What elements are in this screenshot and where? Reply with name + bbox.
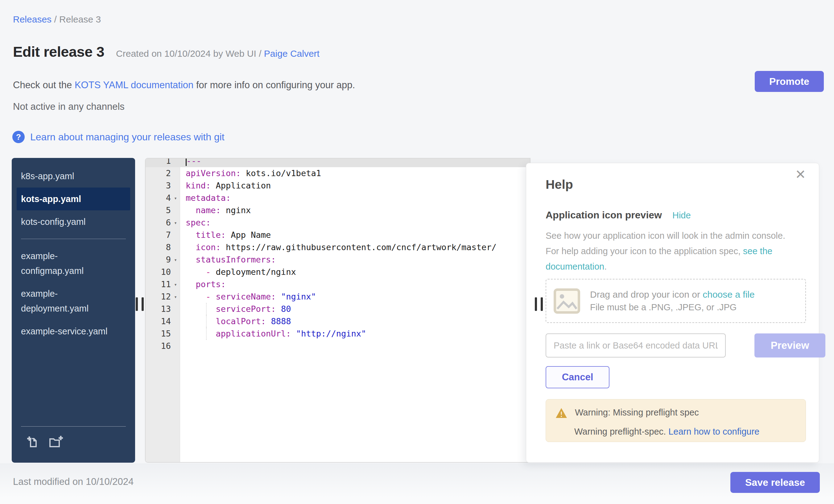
fold-arrow-icon[interactable]: ▾: [171, 278, 180, 290]
code-line-5[interactable]: 5 name: nginx: [146, 204, 530, 217]
breadcrumb-releases-link[interactable]: Releases: [13, 14, 51, 24]
file-item-k8s-app.yaml[interactable]: k8s-app.yaml: [17, 165, 130, 188]
code-text: statusInformers:: [180, 254, 276, 266]
code-line-2[interactable]: 2apiVersion: kots.io/v1beta1: [146, 167, 530, 179]
fold-spacer: [171, 204, 180, 217]
fold-arrow-icon[interactable]: ▾: [171, 192, 180, 204]
file-item-kots-config.yaml[interactable]: kots-config.yaml: [17, 210, 130, 233]
fold-spacer: [171, 229, 180, 241]
code-line-15[interactable]: 15 applicationUrl: "http://nginx": [146, 328, 530, 340]
code-line-11[interactable]: 11▾ ports:: [146, 278, 530, 290]
icon-preview-description: See how your application icon will look …: [546, 228, 792, 274]
created-text: Created on 10/10/2024 by Web UI /: [116, 48, 264, 59]
file-label: k8s-app.yaml: [21, 169, 74, 183]
line-number: 11: [146, 278, 171, 290]
sidebar-resize-handle[interactable]: [136, 297, 149, 311]
warning-configure-link[interactable]: Learn how to configure: [668, 426, 759, 436]
file-label: example-deployment.yaml: [21, 286, 113, 316]
code-line-8[interactable]: 8 icon: https://raw.githubusercontent.co…: [146, 241, 530, 254]
icon-url-input[interactable]: [546, 333, 726, 357]
fold-spacer: [171, 158, 180, 167]
code-text: - serviceName: "nginx": [180, 290, 316, 303]
code-token: kots.io/v1beta1: [241, 169, 321, 178]
file-item-kots-app.yaml[interactable]: kots-app.yaml: [17, 188, 130, 210]
footer-bar: Last modified on 10/10/2024 Save release: [0, 463, 834, 504]
fold-spacer: [171, 328, 180, 340]
line-number: 8: [146, 241, 171, 254]
code-token: ---: [186, 158, 201, 166]
help-panel-resize-handle[interactable]: [535, 297, 548, 311]
fold-spacer: [171, 315, 180, 328]
preview-button[interactable]: Preview: [754, 333, 825, 357]
code-token: [276, 292, 281, 301]
title-row: Edit release 3 Created on 10/10/2024 by …: [13, 43, 320, 60]
cancel-button[interactable]: Cancel: [546, 366, 610, 388]
indent-guide: [206, 328, 207, 340]
line-number: 9: [146, 254, 171, 266]
icon-dropzone[interactable]: Drag and drop your icon or choose a file…: [546, 279, 806, 323]
choose-file-link[interactable]: choose a file: [703, 289, 754, 300]
sidebar-actions: [12, 426, 135, 463]
code-token: [186, 280, 196, 289]
code-token: applicationUrl:: [216, 329, 291, 338]
code-token: 8888: [271, 316, 291, 326]
dropzone-text: Drag and drop your icon or choose a file: [590, 289, 755, 300]
line-number: 1: [146, 158, 171, 167]
file-item-example-deployment.yaml[interactable]: example-deployment.yaml: [17, 282, 130, 320]
add-file-icon[interactable]: [26, 435, 40, 449]
code-line-4[interactable]: 4▾metadata:: [146, 192, 530, 204]
dropzone-prefix: Drag and drop your icon or: [590, 289, 703, 300]
line-number: 16: [146, 340, 171, 352]
code-line-14[interactable]: 14 localPort: 8888: [146, 315, 530, 328]
code-text: ---: [180, 158, 201, 167]
fold-arrow-icon[interactable]: ▾: [171, 254, 180, 266]
image-placeholder-icon: [553, 288, 581, 314]
code-token: metadata:: [186, 193, 231, 203]
code-token: [186, 329, 216, 338]
code-line-12[interactable]: 12▾ - serviceName: "nginx": [146, 290, 530, 303]
line-number: 14: [146, 315, 171, 328]
code-token: [186, 230, 196, 240]
file-label: example-configmap.yaml: [21, 248, 113, 278]
code-token: [266, 316, 271, 326]
code-token: App Name: [226, 230, 271, 240]
code-line-7[interactable]: 7 title: App Name: [146, 229, 530, 241]
code-text: title: App Name: [180, 229, 271, 241]
warning-triangle-icon: [555, 408, 568, 419]
file-item-example-service.yaml[interactable]: example-service.yaml: [17, 320, 130, 343]
promote-button[interactable]: Promote: [755, 71, 824, 92]
author-link[interactable]: Paige Calvert: [264, 48, 320, 59]
fold-arrow-icon[interactable]: ▾: [171, 217, 180, 229]
fold-spacer: [171, 303, 180, 315]
code-text: icon: https://raw.githubusercontent.com/…: [180, 241, 497, 254]
save-release-button[interactable]: Save release: [730, 472, 820, 493]
kots-yaml-doc-link[interactable]: KOTS YAML documentation: [75, 80, 193, 90]
code-token: https://raw.githubusercontent.com/cncf/a…: [221, 242, 497, 252]
new-folder-icon[interactable]: [48, 435, 64, 449]
fold-arrow-icon[interactable]: ▾: [171, 290, 180, 303]
code-line-9[interactable]: 9▾ statusInformers:: [146, 254, 530, 266]
code-line-13[interactable]: 13 servicePort: 80: [146, 303, 530, 315]
file-sidebar: k8s-app.yamlkots-app.yamlkots-config.yam…: [12, 158, 135, 463]
git-releases-link[interactable]: Learn about managing your releases with …: [30, 131, 224, 143]
code-line-16[interactable]: 16: [146, 340, 530, 352]
file-label: kots-app.yaml: [21, 192, 81, 206]
fold-spacer: [171, 266, 180, 278]
file-group-divider: [21, 239, 126, 239]
line-number: 15: [146, 328, 171, 340]
editor-lines: 1---2apiVersion: kots.io/v1beta13kind: A…: [146, 158, 530, 352]
code-line-10[interactable]: 10 - deployment/nginx: [146, 266, 530, 278]
yaml-editor[interactable]: 1---2apiVersion: kots.io/v1beta13kind: A…: [145, 158, 530, 463]
code-line-1[interactable]: 1---: [146, 158, 530, 167]
line-number: 13: [146, 303, 171, 315]
code-token: icon:: [196, 242, 221, 252]
close-icon[interactable]: ✕: [795, 167, 806, 182]
code-token: [186, 304, 216, 314]
hide-link[interactable]: Hide: [673, 210, 691, 221]
code-token: [186, 267, 206, 277]
code-line-3[interactable]: 3kind: Application: [146, 179, 530, 192]
code-line-6[interactable]: 6▾spec:: [146, 217, 530, 229]
icon-preview-section-title: Application icon preview: [546, 210, 662, 221]
code-text: localPort: 8888: [180, 315, 291, 328]
file-item-example-configmap.yaml[interactable]: example-configmap.yaml: [17, 245, 130, 282]
